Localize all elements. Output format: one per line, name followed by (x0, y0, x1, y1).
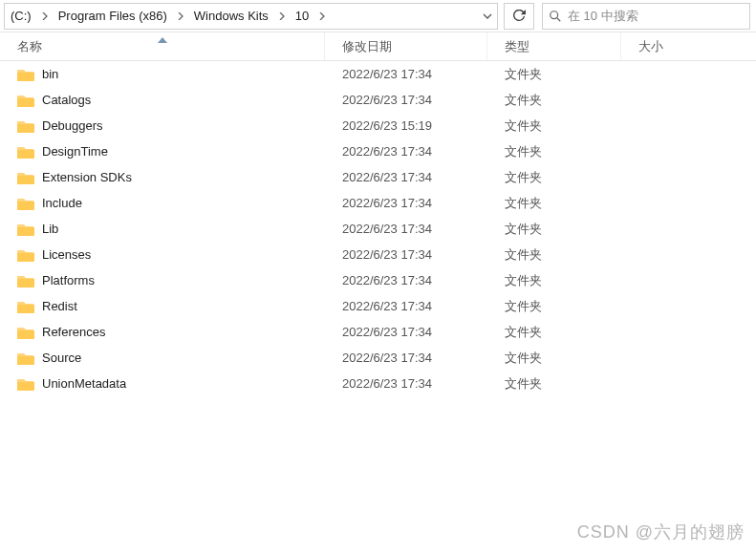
file-list[interactable]: bin 2022/6/23 17:34 文件夹 Catalogs 2022/6/… (0, 61, 756, 553)
file-name: Extension SDKs (42, 170, 132, 184)
column-header-size[interactable]: 大小 (621, 32, 756, 60)
svg-line-1 (557, 17, 561, 21)
chevron-right-icon[interactable] (314, 4, 330, 29)
file-type: 文件夹 (487, 92, 621, 109)
file-name: References (42, 325, 105, 339)
file-name: bin (42, 67, 58, 81)
breadcrumb-seg-10[interactable]: 10 (290, 4, 314, 29)
search-input[interactable] (568, 4, 749, 29)
list-item[interactable]: UnionMetadata 2022/6/23 17:34 文件夹 (0, 371, 756, 396)
file-date: 2022/6/23 17:34 (325, 222, 487, 236)
file-type: 文件夹 (487, 324, 621, 341)
file-date: 2022/6/23 17:34 (325, 273, 487, 287)
folder-icon (17, 171, 34, 184)
folder-icon (17, 197, 34, 210)
file-name: Lib (42, 222, 58, 236)
file-name: Source (42, 351, 81, 365)
folder-icon (17, 223, 34, 236)
path-history-dropdown[interactable] (476, 4, 497, 29)
chevron-down-icon (483, 11, 492, 21)
file-date: 2022/6/23 17:34 (325, 376, 487, 391)
column-header-name[interactable]: 名称 (0, 32, 325, 60)
file-type: 文件夹 (487, 246, 621, 264)
list-item[interactable]: Redist 2022/6/23 17:34 文件夹 (0, 293, 756, 319)
file-name: UnionMetadata (42, 376, 126, 391)
file-name: Include (42, 196, 82, 210)
list-item[interactable]: DesignTime 2022/6/23 17:34 文件夹 (0, 138, 756, 164)
list-item[interactable]: Extension SDKs 2022/6/23 17:34 文件夹 (0, 164, 756, 190)
file-date: 2022/6/23 17:34 (325, 247, 487, 262)
file-type: 文件夹 (487, 375, 621, 393)
file-date: 2022/6/23 17:34 (325, 67, 487, 81)
list-item[interactable]: Source 2022/6/23 17:34 文件夹 (0, 345, 756, 371)
chevron-right-icon[interactable] (274, 4, 290, 29)
file-type: 文件夹 (487, 169, 621, 186)
file-type: 文件夹 (487, 272, 621, 289)
file-name: Debuggers (42, 118, 103, 133)
file-date: 2022/6/23 17:34 (325, 299, 487, 313)
column-header-type[interactable]: 类型 (487, 32, 621, 60)
file-name: Catalogs (42, 93, 91, 107)
folder-icon (17, 274, 34, 287)
file-type: 文件夹 (487, 221, 621, 238)
refresh-icon (512, 10, 526, 23)
list-item[interactable]: Licenses 2022/6/23 17:34 文件夹 (0, 242, 756, 267)
breadcrumb-root[interactable]: (C:) (5, 4, 37, 29)
folder-icon (17, 119, 34, 133)
file-type: 文件夹 (487, 350, 621, 367)
svg-point-0 (551, 11, 558, 18)
folder-icon (17, 326, 34, 339)
file-type: 文件夹 (487, 117, 621, 135)
list-item[interactable]: Debuggers 2022/6/23 15:19 文件夹 (0, 113, 756, 138)
file-date: 2022/6/23 17:34 (325, 93, 487, 107)
sort-ascending-icon (158, 32, 167, 46)
file-name: DesignTime (42, 144, 108, 159)
folder-icon (17, 94, 34, 107)
list-item[interactable]: Include 2022/6/23 17:34 文件夹 (0, 190, 756, 216)
folder-icon (17, 248, 34, 262)
folder-icon (17, 145, 34, 159)
column-header-date[interactable]: 修改日期 (325, 32, 487, 60)
file-name: Redist (42, 299, 77, 313)
list-item[interactable]: Lib 2022/6/23 17:34 文件夹 (0, 216, 756, 242)
search-box[interactable] (542, 3, 750, 30)
file-type: 文件夹 (487, 298, 621, 315)
chevron-right-icon[interactable] (37, 4, 53, 29)
list-item[interactable]: References 2022/6/23 17:34 文件夹 (0, 319, 756, 345)
file-date: 2022/6/23 17:34 (325, 351, 487, 365)
file-type: 文件夹 (487, 143, 621, 160)
breadcrumb-seg-windows-kits[interactable]: Windows Kits (188, 4, 274, 29)
file-date: 2022/6/23 17:34 (325, 144, 487, 159)
folder-icon (17, 351, 34, 365)
search-icon (543, 10, 568, 23)
breadcrumb[interactable]: (C:) Program Files (x86) Windows Kits 10 (4, 3, 498, 30)
folder-icon (17, 68, 34, 81)
file-name: Licenses (42, 247, 91, 262)
chevron-right-icon[interactable] (173, 4, 188, 29)
list-item[interactable]: Catalogs 2022/6/23 17:34 文件夹 (0, 87, 756, 113)
file-type: 文件夹 (487, 195, 621, 212)
list-item[interactable]: bin 2022/6/23 17:34 文件夹 (0, 61, 756, 87)
column-header-name-label: 名称 (17, 38, 42, 55)
folder-icon (17, 300, 34, 313)
column-header-size-label: 大小 (638, 38, 663, 55)
refresh-button[interactable] (504, 3, 534, 30)
address-bar: (C:) Program Files (x86) Windows Kits 10 (0, 0, 756, 32)
breadcrumb-seg-program-files[interactable]: Program Files (x86) (53, 4, 173, 29)
file-date: 2022/6/23 17:34 (325, 196, 487, 210)
file-date: 2022/6/23 17:34 (325, 325, 487, 339)
file-date: 2022/6/23 15:19 (325, 118, 487, 133)
column-header-date-label: 修改日期 (342, 38, 392, 55)
file-type: 文件夹 (487, 66, 621, 83)
file-date: 2022/6/23 17:34 (325, 170, 487, 184)
folder-icon (17, 377, 34, 391)
list-item[interactable]: Platforms 2022/6/23 17:34 文件夹 (0, 267, 756, 293)
column-header-type-label: 类型 (505, 38, 529, 55)
column-header-row: 名称 修改日期 类型 大小 (0, 32, 756, 61)
file-name: Platforms (42, 273, 95, 287)
